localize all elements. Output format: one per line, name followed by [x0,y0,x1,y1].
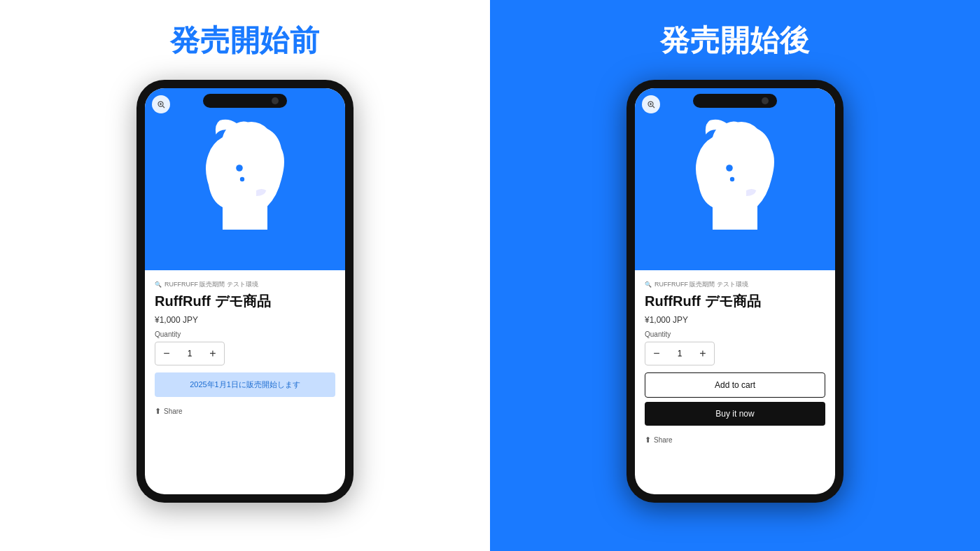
quantity-control-right: − 1 + [645,342,715,365]
panel-after: 発売開始後 [490,0,980,551]
phone-notch-left [203,94,287,108]
zoom-icon-left[interactable] [152,95,170,113]
svg-point-4 [236,165,243,172]
panel-before: 発売開始前 [0,0,490,551]
qty-plus-right[interactable]: + [692,342,714,365]
vendor-line-right: 🔍 RUFFRUFF 販売期間 テスト環境 [645,280,825,289]
svg-point-11 [730,177,734,181]
phone-after: 🔍 RUFFRUFF 販売期間 テスト環境 RuffRuff デモ商品 ¥1,0… [626,80,844,503]
qty-plus-left[interactable]: + [202,342,224,365]
share-left: ⬆ Share [155,404,335,419]
share-text-right: Share [654,436,673,444]
vendor-icon-right: 🔍 [645,281,652,288]
dog-logo-left [189,116,301,242]
vendor-text-right: RUFFRUFF 販売期間 テスト環境 [654,280,748,289]
share-icon-left: ⬆ [155,407,161,416]
qty-minus-left[interactable]: − [155,342,178,365]
quantity-control-left: − 1 + [155,342,225,365]
svg-line-1 [162,106,164,108]
svg-point-10 [726,165,733,172]
presale-button[interactable]: 2025年1月1日に販売開始します [155,372,335,397]
qty-value-right: 1 [668,349,692,358]
zoom-icon-right[interactable] [642,95,660,113]
quantity-label-right: Quantity [645,330,825,338]
qty-minus-right[interactable]: − [645,342,668,365]
qty-value-left: 1 [178,349,202,358]
phone-notch-right [693,94,777,108]
product-image-right [635,88,835,270]
vendor-icon-left: 🔍 [155,281,162,288]
product-image-left [145,88,345,270]
phone-screen-right: 🔍 RUFFRUFF 販売期間 テスト環境 RuffRuff デモ商品 ¥1,0… [635,88,835,494]
product-price-left: ¥1,000 JPY [155,315,335,325]
product-title-right: RuffRuff デモ商品 [645,292,825,311]
dog-logo-right [679,116,791,242]
svg-line-7 [652,106,654,108]
phone-before: 🔍 RUFFRUFF 販売期間 テスト環境 RuffRuff デモ商品 ¥1,0… [136,80,354,503]
svg-point-5 [240,177,244,181]
panel-after-title: 発売開始後 [660,21,810,60]
panel-before-title: 発売開始前 [170,21,320,60]
product-title-left: RuffRuff デモ商品 [155,292,335,311]
share-text-left: Share [164,407,183,415]
phone-screen-left: 🔍 RUFFRUFF 販売期間 テスト環境 RuffRuff デモ商品 ¥1,0… [145,88,345,494]
vendor-line-left: 🔍 RUFFRUFF 販売期間 テスト環境 [155,280,335,289]
quantity-label-left: Quantity [155,330,335,338]
buy-it-now-button[interactable]: Buy it now [645,402,825,426]
product-info-left: 🔍 RUFFRUFF 販売期間 テスト環境 RuffRuff デモ商品 ¥1,0… [145,270,345,426]
product-info-right: 🔍 RUFFRUFF 販売期間 テスト環境 RuffRuff デモ商品 ¥1,0… [635,270,835,454]
vendor-text-left: RUFFRUFF 販売期間 テスト環境 [164,280,258,289]
share-right: ⬆ Share [645,433,825,447]
add-to-cart-button[interactable]: Add to cart [645,372,825,398]
product-price-right: ¥1,000 JPY [645,315,825,325]
share-icon-right: ⬆ [645,435,651,445]
